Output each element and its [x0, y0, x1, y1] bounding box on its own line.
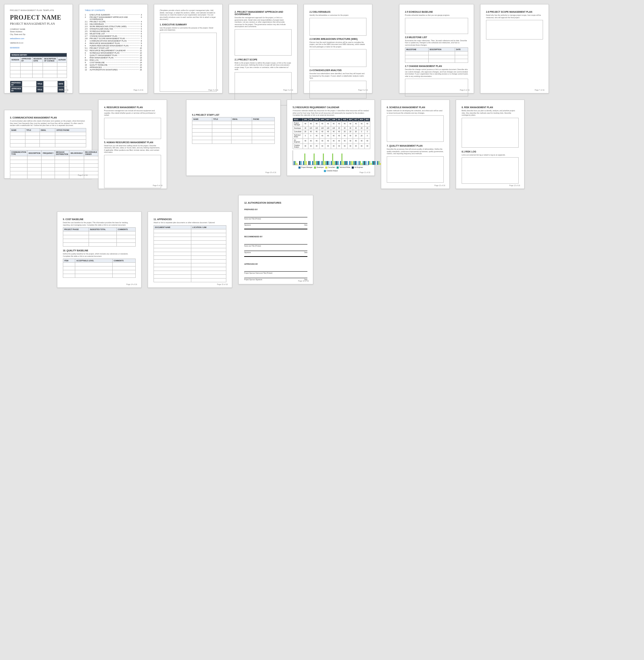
milestone-table: MILESTONEDESCRIPTIONDATE — [405, 47, 468, 63]
appendix-table: DOCUMENT NAMELOCATION / LINK — [154, 225, 226, 282]
page-15: 11. APPENDICES Attach or link to separat… — [148, 212, 232, 288]
project-subtitle: PROJECT MANAGEMENT PLAN — [10, 22, 67, 25]
page-footer: Page 1 of 16 — [59, 89, 68, 91]
toc-item[interactable]: 2.1PROJECT SCOPE4 — [85, 21, 142, 23]
toc-item[interactable]: 1EXECUTIVE SUMMARY3 — [85, 14, 142, 16]
addr1: Street Address — [10, 31, 67, 33]
toc-item[interactable]: 6SCHEDULE MANAGEMENT PLAN12 — [85, 52, 142, 54]
resource-chart — [293, 150, 369, 166]
page-13: 8. RISK MANAGEMENT PLAN Briefly describe… — [456, 100, 524, 189]
page-2: TABLE OF CONTENTS 1EXECUTIVE SUMMARY32PR… — [79, 4, 148, 93]
toc-item[interactable]: 11APPENDICES15 — [85, 66, 142, 68]
template-label: PROJECT MANAGEMENT PLAN TEMPLATE — [10, 9, 67, 12]
project-title: PROJECT NAME — [10, 14, 67, 21]
page-wall: PROJECT MANAGEMENT PLAN TEMPLATE PROJECT… — [0, 0, 644, 292]
exec-summary-box[interactable] — [160, 33, 217, 92]
toc-item[interactable]: 2.7CHANGE MANAGEMENT PLAN6 — [85, 35, 142, 37]
template-intro: [Templates provide a basic outline for a… — [160, 9, 217, 21]
date: 00/00/0000 — [10, 47, 67, 49]
toc-item[interactable]: 5.2RESOURCE REQUIREMENT CALENDAR11 — [85, 49, 142, 52]
toc-item[interactable]: 8RISK MANAGEMENT PLAN13 — [85, 57, 142, 59]
toc-item[interactable]: 7QUALITY MANAGEMENT PLAN12 — [85, 54, 142, 56]
page-16: 12. AUTHORIZATION SIGNATURES PREPARED BY… — [238, 195, 313, 284]
toc-item[interactable]: 2.8PROJECT SCOPE MANAGEMENT PLAN7 — [85, 37, 142, 39]
staff-table: NAMETITLEEMAILPHONE — [192, 117, 275, 144]
web: webaddress.com — [10, 37, 67, 40]
page-14: 9. COST BASELINE Detail the cost baselin… — [57, 212, 142, 288]
cost-table: PROJECT PHASEBUDGETED TOTALCOMMENTS — [63, 227, 136, 247]
toc-item[interactable]: 4RESOURCE MANAGEMENT PLAN9 — [85, 42, 142, 44]
toc-item[interactable]: 5HUMAN RESOURCES MANAGEMENT PLAN9 — [85, 45, 142, 47]
toc-item[interactable]: 2PROJECT MANAGEMENT APPROACH AND GOVERNA… — [85, 16, 142, 20]
version-history-table: VERSION HISTORY VERSIONAPPROVED BYREVISI… — [10, 53, 67, 78]
toc-item[interactable]: 2.6MILESTONE LIST6 — [85, 33, 142, 35]
page-6: 2.5 SCHEDULE BASELINE Provide schedule b… — [399, 4, 474, 93]
toc-item[interactable]: 2.3WORK BREAKDOWN STRUCTURE (WBS)5 — [85, 25, 142, 27]
quality-table: ITEMACCEPTABLE LEVELCOMMENTS — [63, 259, 136, 278]
page-1: PROJECT MANAGEMENT PLAN TEMPLATE PROJECT… — [4, 4, 73, 93]
toc-item[interactable]: 2.5SCHEDULE BASELINE6 — [85, 30, 142, 32]
toc-item[interactable]: 8.1RISK LOG13 — [85, 59, 142, 61]
toc-item[interactable]: 3COMMUNICATIONS MANAGEMENT PLAN8 — [85, 40, 142, 42]
toc-title: TABLE OF CONTENTS — [85, 9, 142, 12]
addr2: City, State and Zip — [10, 33, 67, 36]
company-name: COMPANY NAME — [10, 28, 67, 31]
page-10: 5.1 PROJECT STAFF LIST NAMETITLEEMAILPHO… — [186, 100, 281, 176]
page-8: 3. COMMUNICATIONS MANAGEMENT PLAN A comm… — [4, 110, 92, 179]
toc-item[interactable]: 2.4STAKEHOLDER ANALYSIS5 — [85, 28, 142, 30]
page-4: 2. PROJECT MANAGEMENT APPROACH AND GOVER… — [229, 4, 297, 93]
version: VERSION 0.0.0 — [10, 42, 67, 45]
toc-item[interactable]: 9COST BASELINE14 — [85, 61, 142, 64]
chart-legend: Project ManagerDeveloperConsultantTechni… — [293, 167, 369, 172]
toc-item[interactable]: 10QUALITY BASELINE14 — [85, 64, 142, 66]
resource-table: ROLEJANFEBMARAPRMAYJUNJULAUGSEPOCTNOVDEC… — [293, 118, 370, 149]
page-11: 5.2 RESOURCE REQUIREMENT CALENDAR A reso… — [287, 100, 375, 176]
stakeholder-table: NAMETITLEEMAILOFFICE PHONE — [10, 128, 86, 147]
page-3: [Templates provide a basic outline for a… — [154, 4, 223, 93]
toc-body: 1EXECUTIVE SUMMARY32PROJECT MANAGEMENT A… — [85, 13, 142, 71]
page-12: 6. SCHEDULE MANAGEMENT PLAN Explain meth… — [381, 100, 450, 189]
toc-item[interactable]: 5.1PROJECT STAFF LIST10 — [85, 47, 142, 49]
toc-item[interactable]: 2.2DELIVERABLES5 — [85, 23, 142, 25]
toc-item[interactable]: 12AUTHORIZATION SIGNATURES16 — [85, 69, 142, 71]
page-7: 2.8 PROJECT SCOPE MANAGEMENT PLAN Detail… — [480, 4, 549, 93]
page-5: 2.2 DELIVERABLES Identify the deliverabl… — [304, 4, 372, 93]
page-9: 4. RESOURCE MANAGEMENT PLAN Procurement … — [98, 100, 167, 189]
